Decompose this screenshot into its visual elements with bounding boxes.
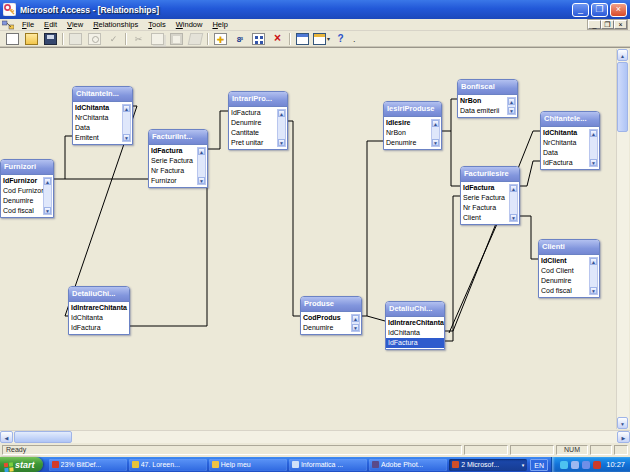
tray-icon[interactable] xyxy=(582,461,590,469)
field-list-scrollbar[interactable]: ▲▼ xyxy=(431,119,440,147)
start-button[interactable]: start xyxy=(0,457,43,472)
relationship-line[interactable] xyxy=(449,224,497,333)
table-title[interactable]: Clienti xyxy=(539,240,599,255)
scroll-down-arrow[interactable]: ▼ xyxy=(278,139,285,146)
scroll-up-arrow[interactable]: ▲ xyxy=(432,120,439,127)
table-title[interactable]: Bonfiscal xyxy=(458,80,517,95)
taskbar-task-helpmeu[interactable]: Help meu xyxy=(209,459,287,471)
taskbar-task-adobephot[interactable]: Adobe Phot... xyxy=(369,459,447,471)
scroll-up-arrow[interactable]: ▲ xyxy=(590,258,597,265)
save-button[interactable] xyxy=(41,31,60,46)
field-list-scrollbar[interactable]: ▲▼ xyxy=(589,129,598,167)
relationship-line[interactable] xyxy=(288,121,300,316)
table-iesiriproduse[interactable]: IesiriProduseIdIesireNrBonDenumire▲▼ xyxy=(383,101,442,150)
menu-edit[interactable]: Edit xyxy=(39,19,62,30)
relationship-line[interactable] xyxy=(453,131,540,331)
dropdown-caret-icon[interactable]: ▾ xyxy=(327,35,330,42)
scroll-down-arrow[interactable]: ▼ xyxy=(508,107,515,114)
table-title[interactable]: IntrariPro... xyxy=(229,92,287,107)
table-title[interactable]: Furnizori xyxy=(1,160,53,175)
table-detaliuchi[interactable]: DetaliuChi...IdIntrareChitantaIdChitanta… xyxy=(68,286,130,335)
scroll-down-arrow[interactable]: ▼ xyxy=(590,287,597,294)
scroll-up-arrow[interactable]: ▲ xyxy=(123,105,130,112)
field-list-scrollbar[interactable]: ▲▼ xyxy=(277,109,286,147)
scroll-right-arrow[interactable]: ▶ xyxy=(617,431,630,443)
new-object-button[interactable]: ▾ xyxy=(312,31,331,46)
field-list-scrollbar[interactable]: ▲▼ xyxy=(43,177,52,215)
new-button[interactable] xyxy=(3,31,22,46)
tray-icon[interactable] xyxy=(571,461,579,469)
table-facturiiesire[interactable]: FacturiIesireIdFacturaSerie FacturaNr Fa… xyxy=(460,166,520,225)
taskbar-task-informatica[interactable]: Informatica ... xyxy=(289,459,367,471)
table-title[interactable]: IesiriProduse xyxy=(384,102,441,117)
help-button[interactable] xyxy=(331,31,350,46)
tray-icon[interactable] xyxy=(593,461,601,469)
taskbar-task-23bitdef[interactable]: 23% BitDef... xyxy=(49,459,127,471)
menu-file[interactable]: File xyxy=(17,19,39,30)
scroll-down-arrow[interactable]: ▼ xyxy=(123,134,130,141)
relationship-line[interactable] xyxy=(65,136,72,179)
table-facturiint[interactable]: FacturiInt...IdFacturaSerie FacturaNr Fa… xyxy=(148,129,208,188)
table-detaliuchi[interactable]: DetaliuChi...IdIntrareChitantaIdChitanta… xyxy=(385,301,445,350)
relationship-line[interactable] xyxy=(520,161,540,186)
scroll-up-arrow[interactable]: ▲ xyxy=(44,178,51,185)
all-relationships-button[interactable] xyxy=(249,31,268,46)
task-group-caret-icon[interactable]: ▾ xyxy=(522,462,525,468)
field-idfactura[interactable]: IdFactura xyxy=(69,323,129,333)
vertical-scrollbar[interactable]: ▲ ▼ xyxy=(616,49,629,429)
table-clienti[interactable]: ClientiIdClientCod ClientDenumireCod fis… xyxy=(538,239,600,298)
field-idintrarechitanta[interactable]: IdIntrareChitanta xyxy=(386,318,444,328)
scroll-down-arrow[interactable]: ▼ xyxy=(352,324,359,331)
table-chitanteie[interactable]: ChitanteIe...IdChitantaNrChitantaDataIdF… xyxy=(540,111,600,170)
scroll-down-arrow[interactable]: ▼ xyxy=(590,159,597,166)
scroll-up-arrow[interactable]: ▲ xyxy=(198,148,205,155)
field-idfactura[interactable]: IdFactura xyxy=(386,338,444,348)
child-restore-button[interactable]: ❐ xyxy=(601,20,614,29)
table-title[interactable]: ChitanteIn... xyxy=(73,87,132,102)
open-button[interactable] xyxy=(22,31,41,46)
scroll-left-arrow[interactable]: ◀ xyxy=(0,431,13,443)
toolbar-options-mark[interactable]: . xyxy=(353,34,356,44)
close-button[interactable]: × xyxy=(610,3,627,17)
menu-tools[interactable]: Tools xyxy=(143,19,171,30)
relationship-line[interactable] xyxy=(208,111,228,149)
restore-button[interactable]: ❐ xyxy=(591,3,608,17)
language-indicator[interactable]: EN xyxy=(530,459,548,471)
tray-icon[interactable] xyxy=(560,461,568,469)
scroll-up-arrow[interactable]: ▲ xyxy=(508,98,515,105)
table-bonfiscal[interactable]: BonfiscalNrBonData emiterii▲▼ xyxy=(457,79,518,118)
scroll-up-arrow[interactable]: ▲ xyxy=(590,130,597,137)
menu-relationships[interactable]: Relationships xyxy=(88,19,143,30)
scroll-up-arrow[interactable]: ▲ xyxy=(278,110,285,117)
table-title[interactable]: DetaliuChi... xyxy=(69,287,129,302)
delete-button[interactable] xyxy=(268,31,287,46)
field-list-scrollbar[interactable]: ▲▼ xyxy=(351,314,360,332)
table-title[interactable]: FacturiIesire xyxy=(461,167,519,182)
relationship-line[interactable] xyxy=(362,141,383,316)
direct-relationships-button[interactable] xyxy=(230,31,249,46)
table-furnizori[interactable]: FurnizoriIdFurnizorCod FurnizorDenumireC… xyxy=(0,159,54,218)
menu-view[interactable]: View xyxy=(62,19,88,30)
vertical-scroll-thumb[interactable] xyxy=(617,62,628,132)
relationship-line[interactable] xyxy=(130,187,207,326)
minimize-button[interactable]: _ xyxy=(572,3,589,17)
field-list-scrollbar[interactable]: ▲▼ xyxy=(589,257,598,295)
relationship-line[interactable] xyxy=(520,216,538,259)
field-list-scrollbar[interactable]: ▲▼ xyxy=(197,147,206,185)
field-list-scrollbar[interactable]: ▲▼ xyxy=(122,104,131,142)
table-title[interactable]: ChitanteIe... xyxy=(541,112,599,127)
menu-help[interactable]: Help xyxy=(207,19,232,30)
field-idintrarechitanta[interactable]: IdIntrareChitanta xyxy=(69,303,129,313)
field-list-scrollbar[interactable]: ▲▼ xyxy=(507,97,516,115)
taskbar-task-2microsof[interactable]: 2 Microsof...▾ xyxy=(449,459,527,471)
table-chitantein[interactable]: ChitanteIn...IdChitantaNrChitantaDataEmi… xyxy=(72,86,133,145)
menu-window[interactable]: Window xyxy=(171,19,208,30)
show-table-button[interactable] xyxy=(211,31,230,46)
field-list-scrollbar[interactable]: ▲▼ xyxy=(509,184,518,222)
scroll-down-arrow[interactable]: ▼ xyxy=(510,214,517,221)
child-minimize-button[interactable]: _ xyxy=(588,20,601,29)
field-idchitanta[interactable]: IdChitanta xyxy=(69,313,129,323)
field-idchitanta[interactable]: IdChitanta xyxy=(386,328,444,338)
scroll-up-arrow[interactable]: ▲ xyxy=(617,49,628,61)
horizontal-scrollbar[interactable]: ◀ ▶ xyxy=(0,430,630,443)
